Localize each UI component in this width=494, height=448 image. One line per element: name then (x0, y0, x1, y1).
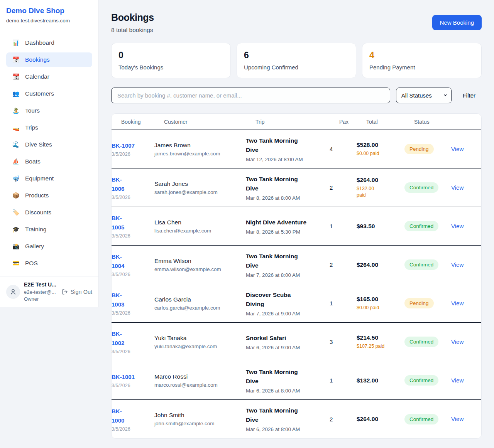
shop-name: Demo Dive Shop (6, 6, 92, 15)
table-row: BK- 1003 3/5/2026 Carlos Garcia carlos.g… (112, 284, 481, 323)
table-row: BK-1007 3/5/2026 James Brown james.brown… (112, 130, 481, 168)
total-cell: $528.00 $0.00 paid (357, 141, 404, 157)
trip-cell: Discover Scuba Diving Mar 7, 2026 at 9:0… (246, 290, 330, 317)
customer-email: james.brown@example.com (154, 151, 240, 157)
amount-paid: $132.00 paid (357, 185, 399, 199)
sidebar-item-tours[interactable]: 🏝️ Tours (6, 103, 92, 118)
trip-cell: Two Tank Morning Dive Mar 12, 2026 at 8:… (246, 136, 330, 162)
booking-id-link[interactable]: BK- 1002 (112, 330, 124, 346)
view-link[interactable]: View (448, 416, 464, 422)
customer-cell: Yuki Tanaka yuki.tanaka@example.com (154, 335, 246, 349)
booking-id-link[interactable]: BK- 1000 (112, 408, 124, 424)
view-cell: View (448, 261, 481, 268)
new-booking-button[interactable]: New Booking (432, 15, 482, 30)
status-badge: Confirmed (404, 337, 438, 347)
view-cell: View (448, 377, 481, 384)
sidebar-item-label: Boats (25, 158, 41, 165)
user-role: Owner (24, 296, 56, 302)
sidebar-item-equipment[interactable]: 🤿 Equipment (6, 171, 92, 186)
customer-name: Emma Wilson (154, 258, 240, 264)
pax-cell: 3 (330, 339, 357, 345)
sidebar-item-label: Customers (25, 90, 54, 97)
bookings-table: Booking Customer Trip Pax Total Status B… (111, 113, 482, 439)
view-link[interactable]: View (448, 261, 464, 268)
trip-datetime: Mar 6, 2026 at 9:00 AM (246, 345, 324, 350)
stat-card-upcoming-confirmed: 6 Upcoming Confirmed (237, 43, 356, 78)
sidebar-item-training[interactable]: 🎓 Training (6, 222, 92, 237)
status-cell: Confirmed (404, 414, 448, 424)
customer-email: yuki.tanaka@example.com (154, 344, 240, 349)
trip-datetime: Mar 6, 2026 at 8:00 AM (246, 426, 324, 432)
column-header-pax: Pax (339, 119, 366, 125)
stat-label: Pending Payment (369, 64, 474, 71)
booking-date: 3/5/2026 (112, 426, 149, 432)
main-content: Bookings 8 total bookings New Booking 0 … (99, 0, 494, 448)
trip-name: Two Tank Morning Dive (246, 175, 324, 193)
booking-id-link[interactable]: BK-1007 (112, 142, 135, 149)
sidebar-item-gallery[interactable]: 📸 Gallery (6, 239, 92, 254)
customer-name: James Brown (154, 142, 240, 149)
sidebar-item-calendar[interactable]: 📆 Calendar (6, 69, 92, 84)
view-link[interactable]: View (448, 377, 464, 384)
search-input[interactable] (111, 88, 390, 103)
trip-name: Two Tank Morning Dive (246, 136, 324, 155)
booking-id-link[interactable]: BK- 1006 (112, 176, 124, 192)
total-amount: $214.50 (357, 334, 399, 341)
sidebar-item-discounts[interactable]: 🏷️ Discounts (6, 205, 92, 220)
sidebar-item-bookings[interactable]: 📅 Bookings (6, 52, 92, 67)
customer-name: Carlos Garcia (154, 296, 240, 303)
customer-cell: Emma Wilson emma.wilson@example.com (154, 258, 246, 272)
view-link[interactable]: View (448, 184, 464, 191)
sidebar-item-trips[interactable]: 🚤 Trips (6, 120, 92, 135)
status-cell: Confirmed (404, 182, 448, 193)
table-header: Booking Customer Trip Pax Total Status (112, 114, 481, 130)
sailboat-icon: ⛵ (12, 158, 20, 165)
filter-controls: All Statuses Filter (111, 88, 482, 103)
customer-name: Yuki Tanaka (154, 335, 240, 342)
total-cell: $264.00 (357, 261, 404, 268)
view-link[interactable]: View (448, 339, 464, 345)
sidebar-item-dashboard[interactable]: 📊 Dashboard (6, 35, 92, 50)
column-header-booking: Booking (121, 119, 164, 125)
sidebar: Demo Dive Shop demo.test.divestreams.com… (0, 0, 99, 307)
total-cell: $165.00 $0.00 paid (357, 296, 404, 311)
view-cell: View (448, 339, 481, 345)
booking-id-link[interactable]: BK- 1005 (112, 215, 124, 231)
pax-cell: 1 (330, 300, 357, 307)
total-cell: $214.50 $107.25 paid (357, 334, 404, 350)
sidebar-item-products[interactable]: 📦 Products (6, 188, 92, 203)
sidebar-item-label: Trips (25, 124, 38, 131)
view-link[interactable]: View (448, 300, 464, 307)
view-link[interactable]: View (448, 223, 464, 229)
booking-id-link[interactable]: BK- 1004 (112, 253, 124, 269)
speedboat-icon: 🚤 (12, 124, 20, 131)
trip-name: Two Tank Morning Dive (246, 367, 324, 386)
view-cell: View (448, 300, 481, 307)
user-name: E2E Test U... (24, 281, 56, 288)
sidebar-item-label: Gallery (25, 243, 44, 250)
trip-datetime: Mar 7, 2026 at 9:00 AM (246, 311, 324, 317)
diving-mask-icon: 🤿 (12, 175, 20, 182)
customer-email: emma.wilson@example.com (154, 266, 240, 272)
booking-id-link[interactable]: BK-1001 (112, 374, 135, 380)
sidebar-item-dive-sites[interactable]: 🌊 Dive Sites (6, 137, 92, 152)
status-badge: Confirmed (404, 182, 438, 193)
sidebar-item-boats[interactable]: ⛵ Boats (6, 154, 92, 169)
customer-cell: Sarah Jones sarah.jones@example.com (154, 180, 246, 195)
view-link[interactable]: View (448, 146, 464, 152)
status-cell: Pending (404, 144, 448, 154)
total-amount: $132.00 (357, 377, 399, 384)
sign-out-button[interactable]: Sign Out (62, 289, 92, 295)
status-cell: Confirmed (404, 259, 448, 270)
customer-cell: Marco Rossi marco.rossi@example.com (154, 373, 246, 388)
sidebar-item-label: Dashboard (25, 39, 54, 46)
view-cell: View (448, 416, 481, 423)
sidebar-item-pos[interactable]: 💳 POS (6, 256, 92, 271)
status-filter-select[interactable]: All Statuses (396, 88, 452, 103)
booking-id-link[interactable]: BK- 1003 (112, 292, 124, 308)
filter-button[interactable]: Filter (457, 92, 482, 99)
sidebar-item-customers[interactable]: 👥 Customers (6, 86, 92, 101)
total-cell: $264.00 (357, 416, 404, 423)
view-cell: View (448, 223, 481, 230)
total-amount: $264.00 (357, 261, 399, 268)
